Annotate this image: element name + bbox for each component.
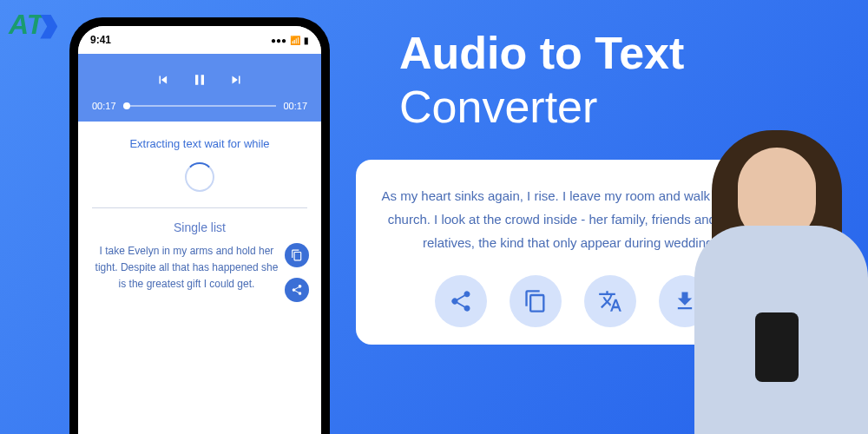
loading-spinner-icon — [185, 162, 214, 192]
status-indicators: ●●● 📶 ▮ — [271, 36, 309, 45]
progress-row: 00:17 00:17 — [92, 101, 307, 111]
list-title: Single list — [92, 220, 307, 234]
progress-handle[interactable] — [123, 102, 130, 109]
time-current: 00:17 — [92, 101, 116, 111]
prev-button[interactable] — [155, 71, 172, 89]
copy-action-button[interactable] — [510, 275, 562, 327]
person-image — [642, 122, 868, 434]
headline: Audio to Text Converter — [399, 26, 684, 135]
transcript-list: Single list I take Evelyn in my arms and… — [78, 208, 321, 306]
wifi-icon: 📶 — [290, 36, 300, 45]
pause-button[interactable] — [191, 71, 208, 89]
progress-bar[interactable] — [123, 105, 277, 107]
copy-button[interactable] — [285, 243, 309, 267]
signal-icon: ●●● — [271, 36, 286, 45]
battery-icon: ▮ — [304, 36, 309, 45]
status-bar: 9:41 ●●● 📶 ▮ — [78, 26, 321, 54]
status-time: 9:41 — [90, 34, 111, 46]
time-total: 00:17 — [283, 101, 307, 111]
brand-logo: AT — [9, 9, 57, 41]
audio-player: 00:17 00:17 — [78, 54, 321, 122]
list-text: I take Evelyn in my arms and hold her ti… — [92, 243, 307, 293]
extracting-label: Extracting text wait for while — [92, 137, 307, 150]
translate-action-button[interactable] — [584, 275, 636, 327]
phone-frame: 9:41 ●●● 📶 ▮ 00:17 00:17 Extracting text… — [69, 17, 330, 434]
list-actions — [285, 243, 309, 302]
phone-screen: 9:41 ●●● 📶 ▮ 00:17 00:17 Extracting text… — [78, 26, 321, 434]
extracting-status: Extracting text wait for while — [78, 122, 321, 207]
player-controls — [92, 71, 307, 89]
next-button[interactable] — [227, 71, 245, 89]
share-button[interactable] — [285, 278, 309, 302]
headline-line1: Audio to Text — [399, 26, 684, 80]
held-phone-icon — [755, 312, 799, 382]
share-action-button[interactable] — [435, 275, 487, 327]
